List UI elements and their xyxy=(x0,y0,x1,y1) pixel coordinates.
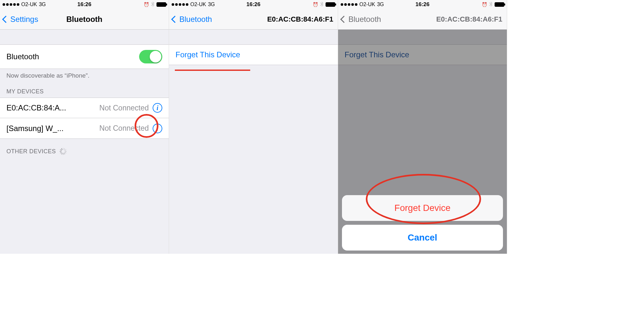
action-sheet: Forget Device Cancel xyxy=(342,195,503,251)
back-label: Bluetooth xyxy=(179,15,212,24)
status-bar: O2-UK 3G 16:26 ⏰ xyxy=(0,0,169,9)
chevron-left-icon xyxy=(2,15,10,23)
bluetooth-icon xyxy=(489,2,493,8)
other-devices-header: OTHER DEVICES xyxy=(0,139,169,157)
network-label: 3G xyxy=(377,2,384,7)
device-row[interactable]: [Samsung] W_... Not Connected i xyxy=(0,118,169,139)
discoverable-text: Now discoverable as “iPhone”. xyxy=(0,69,169,79)
bluetooth-toggle-row[interactable]: Bluetooth xyxy=(0,44,169,69)
info-icon[interactable]: i xyxy=(153,103,162,113)
battery-icon xyxy=(326,2,335,7)
spinner-icon xyxy=(59,148,66,155)
back-label: Bluetooth xyxy=(348,15,381,24)
device-status: Not Connected xyxy=(99,124,149,133)
battery-icon xyxy=(495,2,504,7)
alarm-icon: ⏰ xyxy=(313,2,318,7)
screen-forget-confirm: O2-UK 3G 16:26 ⏰ Bluetooth E0:AC:CB:84:A… xyxy=(338,0,507,254)
network-label: 3G xyxy=(208,2,215,7)
chevron-left-icon xyxy=(340,15,348,23)
row-label: Forget This Device xyxy=(175,50,240,59)
clock-label: 16:26 xyxy=(246,1,260,8)
toggle-on-icon[interactable] xyxy=(139,50,162,63)
page-title: E0:AC:CB:84:A6:F1 xyxy=(436,15,502,24)
back-button[interactable]: Bluetooth xyxy=(341,15,381,24)
page-title: E0:AC:CB:84:A6:F1 xyxy=(267,15,333,24)
signal-dots-icon xyxy=(3,3,19,6)
alarm-icon: ⏰ xyxy=(144,2,149,7)
back-label: Settings xyxy=(10,15,38,24)
network-label: 3G xyxy=(39,2,46,7)
cancel-button[interactable]: Cancel xyxy=(342,225,503,251)
my-devices-header: MY DEVICES xyxy=(0,79,169,98)
info-icon[interactable]: i xyxy=(153,124,162,133)
forget-device-button[interactable]: Forget Device xyxy=(342,195,503,221)
battery-icon xyxy=(156,2,166,7)
screen-bluetooth-list: O2-UK 3G 16:26 ⏰ Settings Bluetooth Blue… xyxy=(0,0,169,254)
nav-bar: Bluetooth E0:AC:CB:84:A6:F1 xyxy=(169,9,338,30)
annotation-underline xyxy=(175,70,250,71)
device-name: E0:AC:CB:84:A... xyxy=(6,103,66,112)
nav-bar: Settings Bluetooth xyxy=(0,9,169,30)
signal-dots-icon xyxy=(172,3,188,6)
back-button[interactable]: Settings xyxy=(3,15,38,24)
status-bar: O2-UK 3G 16:26 ⏰ xyxy=(338,0,507,9)
device-status: Not Connected xyxy=(99,104,149,112)
screen-device-detail: O2-UK 3G 16:26 ⏰ Bluetooth E0:AC:CB:84:A… xyxy=(169,0,338,254)
carrier-label: O2-UK xyxy=(359,2,375,7)
back-button[interactable]: Bluetooth xyxy=(172,15,212,24)
page-title: Bluetooth xyxy=(66,15,102,24)
forget-device-row[interactable]: Forget This Device xyxy=(169,44,338,65)
clock-label: 16:26 xyxy=(415,1,429,8)
row-label: Forget This Device xyxy=(345,50,409,59)
device-row[interactable]: E0:AC:CB:84:A... Not Connected i xyxy=(0,98,169,118)
device-name: [Samsung] W_... xyxy=(6,124,63,133)
carrier-label: O2-UK xyxy=(190,2,206,7)
clock-label: 16:26 xyxy=(77,1,91,8)
bluetooth-icon xyxy=(320,2,324,8)
nav-bar: Bluetooth E0:AC:CB:84:A6:F1 xyxy=(338,9,507,30)
alarm-icon: ⏰ xyxy=(482,2,487,7)
status-bar: O2-UK 3G 16:26 ⏰ xyxy=(169,0,338,9)
bluetooth-icon xyxy=(151,2,155,8)
forget-device-row[interactable]: Forget This Device xyxy=(338,44,507,65)
row-label: Bluetooth xyxy=(6,52,39,61)
carrier-label: O2-UK xyxy=(21,2,37,7)
chevron-left-icon xyxy=(171,15,179,23)
signal-dots-icon xyxy=(341,3,357,6)
